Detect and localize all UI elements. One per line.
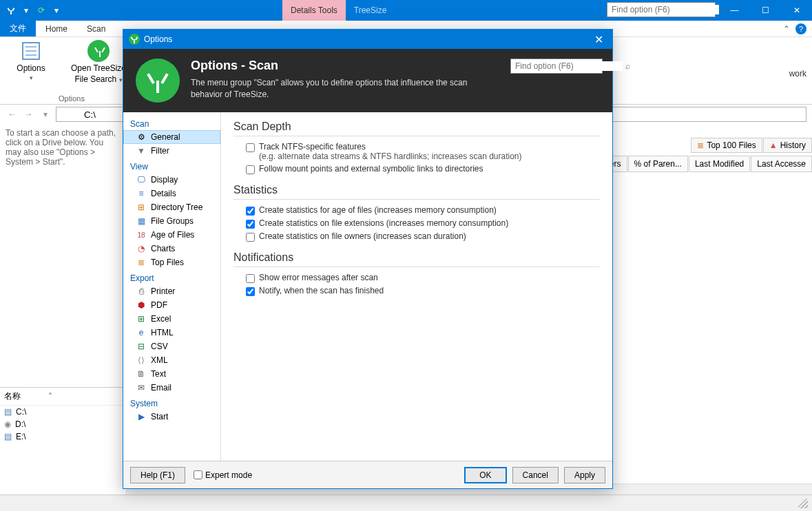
nav-dropdown-icon[interactable]: ▾ bbox=[39, 110, 52, 119]
ribbon-help-area: ⌃ ? bbox=[783, 21, 812, 36]
nav-item-file-groups[interactable]: ▦File Groups bbox=[123, 214, 220, 228]
xml-icon: ⟨⟩ bbox=[136, 355, 147, 365]
dialog-header-desc: The menu group "Scan" allows you to defi… bbox=[191, 77, 480, 101]
nav-item-top-files[interactable]: ≣Top Files bbox=[123, 255, 220, 269]
html-icon: e bbox=[136, 328, 147, 337]
tab-history[interactable]: ▲History bbox=[763, 138, 812, 153]
help-button[interactable]: Help (F1) bbox=[130, 467, 185, 483]
calendar-icon: 18 bbox=[136, 230, 147, 240]
option-label: Notify, when the scan has finished bbox=[259, 286, 384, 295]
option-stats-ext[interactable]: Create statistics on file extensions (in… bbox=[246, 218, 600, 229]
main-find-option-search[interactable]: ⌕ bbox=[607, 2, 716, 17]
nav-section-view[interactable]: View bbox=[123, 158, 220, 173]
option-label: Create statistics on file extensions (in… bbox=[259, 218, 508, 228]
option-show-errors[interactable]: Show error messages after scan bbox=[246, 273, 600, 283]
qat-more-icon[interactable]: ▾ bbox=[51, 5, 62, 16]
search-icon[interactable]: ⌕ bbox=[623, 61, 633, 71]
checkbox-stats-age[interactable] bbox=[246, 207, 255, 216]
nav-back-icon[interactable]: ← bbox=[6, 110, 18, 119]
start-scan-hint: To start a scan choose a path, click on … bbox=[0, 124, 124, 171]
option-label: Create statistics for age of files (incr… bbox=[259, 205, 497, 215]
nav-section-export[interactable]: Export bbox=[123, 269, 220, 284]
nav-item-display[interactable]: 🖵Display bbox=[123, 173, 220, 187]
drive-icon: ▤ bbox=[4, 407, 12, 417]
minimize-button[interactable]: — bbox=[719, 0, 750, 21]
option-label: Show error messages after scan bbox=[259, 273, 378, 282]
option-track-ntfs[interactable]: Track NTFS-specific features (e.g. alter… bbox=[246, 142, 600, 161]
nav-item-text[interactable]: 🗎Text bbox=[123, 367, 220, 381]
nav-item-printer[interactable]: ⎙Printer bbox=[123, 284, 220, 298]
dialog-nav[interactable]: Scan ⚙General ▼Filter View 🖵Display ≡Det… bbox=[123, 112, 221, 461]
drive-item-e[interactable]: ▤E:\ bbox=[0, 430, 124, 443]
close-button[interactable]: ✕ bbox=[781, 0, 812, 21]
dialog-close-button[interactable]: ✕ bbox=[585, 30, 612, 49]
tab-top-100-files[interactable]: ≣Top 100 Files bbox=[691, 138, 762, 153]
checkbox-notify-finished[interactable] bbox=[246, 287, 255, 296]
ribbon-network-partial: work bbox=[789, 69, 806, 79]
checkbox-stats-owners[interactable] bbox=[246, 233, 255, 242]
cancel-button[interactable]: Cancel bbox=[512, 467, 559, 483]
dialog-app-icon bbox=[129, 34, 140, 45]
treesize-logo-icon bbox=[87, 40, 110, 62]
ribbon-tab-file[interactable]: 文件 bbox=[0, 21, 36, 36]
maximize-button[interactable]: ☐ bbox=[750, 0, 781, 21]
option-follow-mount-points[interactable]: Follow mount points and external symboli… bbox=[246, 164, 600, 174]
column-header[interactable]: Last Accesse bbox=[751, 156, 812, 172]
expert-mode-toggle[interactable]: Expert mode bbox=[194, 470, 252, 480]
nav-item-general[interactable]: ⚙General bbox=[123, 130, 220, 144]
ok-button[interactable]: OK bbox=[464, 467, 506, 483]
nav-item-start[interactable]: ▶Start bbox=[123, 410, 220, 424]
ribbon-tab-home[interactable]: Home bbox=[36, 21, 77, 36]
checkbox-stats-ext[interactable] bbox=[246, 220, 255, 229]
nav-section-system[interactable]: System bbox=[123, 395, 220, 410]
checkbox-track-ntfs[interactable] bbox=[246, 143, 255, 152]
apply-button[interactable]: Apply bbox=[564, 467, 605, 483]
disc-icon: ◉ bbox=[4, 419, 11, 429]
drive-item-c[interactable]: ▤C:\ bbox=[0, 406, 124, 418]
help-icon[interactable]: ? bbox=[795, 23, 806, 34]
nav-item-excel[interactable]: ⊞Excel bbox=[123, 312, 220, 326]
dialog-title-text: Options bbox=[144, 34, 172, 44]
main-find-option-input[interactable] bbox=[607, 5, 719, 14]
nav-item-age-of-files[interactable]: 18Age of Files bbox=[123, 228, 220, 242]
ribbon-tab-scan[interactable]: Scan bbox=[77, 21, 115, 36]
checkbox-follow-mount[interactable] bbox=[246, 165, 255, 174]
nav-item-xml[interactable]: ⟨⟩XML bbox=[123, 353, 220, 367]
option-stats-age[interactable]: Create statistics for age of files (incr… bbox=[246, 205, 600, 216]
quick-access-toolbar: ▾ ⟳ ▾ bbox=[0, 5, 62, 16]
contextual-tab-details-tools[interactable]: Details Tools bbox=[282, 0, 346, 21]
nav-item-filter[interactable]: ▼Filter bbox=[123, 144, 220, 158]
dialog-find-option-search[interactable]: ⌕ bbox=[510, 59, 603, 74]
collapse-ribbon-icon[interactable]: ⌃ bbox=[783, 24, 790, 34]
right-tabs: ≣Top 100 Files ▲History bbox=[691, 138, 812, 153]
qat-dropdown-icon[interactable]: ▾ bbox=[21, 5, 32, 16]
top-files-icon: ≣ bbox=[136, 258, 147, 267]
drive-item-d[interactable]: ◉D:\ bbox=[0, 418, 124, 430]
option-notify-finished[interactable]: Notify, when the scan has finished bbox=[246, 286, 600, 296]
option-sublabel: (e.g. alternate data streams & NTFS hard… bbox=[259, 152, 522, 161]
nav-item-directory-tree[interactable]: ⊞Directory Tree bbox=[123, 200, 220, 214]
checkbox-expert-mode[interactable] bbox=[194, 470, 202, 479]
dialog-find-option-input[interactable] bbox=[511, 61, 623, 71]
nav-item-charts[interactable]: ◔Charts bbox=[123, 242, 220, 255]
text-icon: 🗎 bbox=[136, 369, 147, 379]
email-icon: ✉ bbox=[136, 383, 147, 393]
resize-grip[interactable] bbox=[798, 499, 808, 508]
nav-item-details[interactable]: ≡Details bbox=[123, 187, 220, 200]
checkbox-show-errors[interactable] bbox=[246, 274, 255, 283]
drives-header[interactable]: 名称 ˄ bbox=[0, 388, 124, 406]
nav-forward-icon[interactable]: → bbox=[22, 110, 34, 119]
nav-item-csv[interactable]: ⊟CSV bbox=[123, 340, 220, 353]
dialog-footer: Help (F1) Expert mode OK Cancel Apply bbox=[123, 461, 612, 488]
nav-section-scan[interactable]: Scan bbox=[123, 115, 220, 130]
refresh-icon[interactable]: ⟳ bbox=[36, 5, 47, 16]
nav-item-email[interactable]: ✉Email bbox=[123, 381, 220, 395]
option-stats-owners[interactable]: Create statistics on file owners (increa… bbox=[246, 231, 600, 242]
column-header[interactable]: % of Paren... bbox=[628, 156, 688, 172]
options-button[interactable]: Options ▾ bbox=[7, 40, 55, 85]
excel-icon: ⊞ bbox=[136, 314, 147, 324]
column-header[interactable]: Last Modified bbox=[689, 156, 750, 172]
nav-item-pdf[interactable]: ⬢PDF bbox=[123, 298, 220, 312]
nav-item-html[interactable]: eHTML bbox=[123, 326, 220, 340]
window-controls: — ☐ ✕ bbox=[719, 0, 812, 21]
